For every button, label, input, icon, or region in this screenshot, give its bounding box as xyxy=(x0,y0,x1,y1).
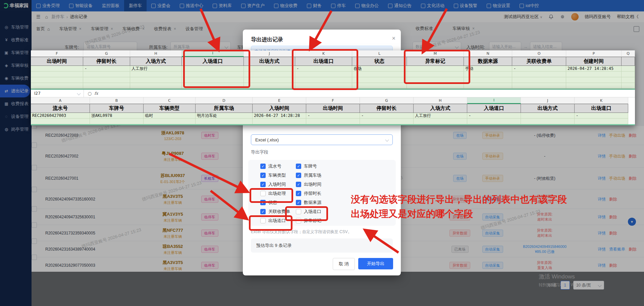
checkbox-checked[interactable]: ✓ xyxy=(260,209,266,214)
field-checkbox-数据来源[interactable]: ✓数据来源 xyxy=(296,200,321,206)
checkbox-checked[interactable]: ✓ xyxy=(296,191,301,196)
top-menu-item-智能设备[interactable]: 智能设备 xyxy=(64,0,97,11)
action-详情[interactable]: 详情 xyxy=(598,176,606,181)
action-详情[interactable]: 详情 xyxy=(598,196,606,202)
checkbox-checked[interactable]: ✓ xyxy=(296,164,301,169)
row-checkbox[interactable] xyxy=(32,165,37,170)
scroll-down-float-button[interactable]: ▼ xyxy=(628,218,636,226)
checkbox-checked[interactable]: ✓ xyxy=(296,200,301,205)
action-详情[interactable]: 详情 xyxy=(598,263,606,268)
sidebar-item-设备管理[interactable]: ◌设备管理 xyxy=(0,110,32,123)
top-menu-item-物业收费[interactable]: 物业收费 xyxy=(269,0,302,11)
account-name[interactable]: 德玛西亚账号 xyxy=(585,14,611,20)
row-checkbox[interactable] xyxy=(32,222,37,228)
help-doc-link[interactable]: 帮助文档《 xyxy=(617,14,639,20)
close-icon[interactable]: × xyxy=(392,35,395,42)
tab-close-icon[interactable]: × xyxy=(435,26,438,31)
breadcrumb-parent[interactable]: 新停车 xyxy=(51,14,64,20)
row-checkbox[interactable] xyxy=(32,206,37,212)
tab-收费标准[interactable]: 收费标准× xyxy=(411,26,442,32)
top-menu-item-业务受理[interactable]: 业务受理 xyxy=(32,0,64,11)
action-删除[interactable]: 删除 xyxy=(629,246,637,252)
sidebar-item-车辆审核[interactable]: ◈车辆审核 xyxy=(0,59,32,72)
action-删除[interactable]: 删除 xyxy=(609,230,617,236)
sidebar-item-收费报表[interactable]: ▦收费报表 xyxy=(0,97,32,110)
action-删除[interactable]: 删除 xyxy=(609,214,617,220)
checkbox-checked[interactable]: ✓ xyxy=(260,182,266,187)
avatar[interactable] xyxy=(571,13,579,20)
column-header-停留时长: 停留时长 xyxy=(360,104,414,113)
checkbox-checked[interactable]: ✓ xyxy=(260,173,266,178)
bell-icon[interactable] xyxy=(548,14,554,19)
sidebar-item-岗亭管理[interactable]: ◍岗亭管理 xyxy=(0,123,32,136)
row-checkbox[interactable] xyxy=(32,142,37,148)
row-checkbox[interactable] xyxy=(32,255,37,260)
top-menu-item-iot中控[interactable]: iot中控 xyxy=(515,0,544,11)
field-checkbox-入场时间[interactable]: ✓入场时间 xyxy=(260,181,286,187)
top-menu-item-监控面板[interactable]: 监控面板 xyxy=(97,0,124,11)
row-checkbox[interactable] xyxy=(32,238,37,244)
sidebar-item-进出记录[interactable]: ⇄进出记录 xyxy=(0,85,30,97)
top-menu-item-通知公告[interactable]: 通知公告 xyxy=(383,0,416,11)
row-checkbox[interactable] xyxy=(32,187,37,192)
top-menu-item-新停车[interactable]: 新停车 xyxy=(124,0,147,11)
action-详情[interactable]: 详情 xyxy=(598,154,606,159)
field-checkbox-停留时长[interactable]: ✓停留时长 xyxy=(296,190,321,196)
field-checkbox-车牌号[interactable]: ✓车牌号 xyxy=(296,163,317,169)
checkbox-checked[interactable]: ✓ xyxy=(260,164,266,169)
tab-layout-icon[interactable] xyxy=(634,26,639,32)
home-icon[interactable]: ⌂ xyxy=(45,14,48,19)
top-menu-item-推送中心[interactable]: 推送中心 xyxy=(175,0,208,11)
action-删除[interactable]: 删除 xyxy=(629,133,637,138)
top-menu-item-停车[interactable]: 停车 xyxy=(326,0,351,11)
checkbox-checked[interactable]: ✓ xyxy=(296,182,301,187)
top-menu-item-资料库[interactable]: 资料库 xyxy=(208,0,236,11)
export-format-select[interactable]: Excel (.xlsx) xyxy=(251,134,393,145)
row-checkbox[interactable] xyxy=(32,126,37,129)
top-menu-item-文化活动[interactable]: 文化活动 xyxy=(416,0,449,11)
action-详情[interactable]: 详情 xyxy=(598,246,606,252)
action-查看账单[interactable]: 查看账单 xyxy=(609,246,625,252)
cancel-button[interactable]: 取 消 xyxy=(333,258,355,270)
tab-车场管理[interactable]: 车场管理× xyxy=(55,26,86,32)
field-checkbox-车辆类型[interactable]: ✓车辆类型 xyxy=(260,172,286,178)
tab-车辆管理[interactable]: 车辆管理× xyxy=(86,26,118,32)
top-menu-item-业委会[interactable]: 业委会 xyxy=(147,0,175,11)
sidebar-item-车辆收费[interactable]: ◉车辆收费 xyxy=(0,72,32,85)
checkbox-checked[interactable]: ✓ xyxy=(296,173,301,178)
action-详情[interactable]: 详情 xyxy=(598,133,606,138)
row-bill-or-abnormal[interactable]: B20260424094915846000¥85.00 已缴 xyxy=(511,244,578,254)
tab-close-icon[interactable]: × xyxy=(111,27,113,31)
top-menu-item-财务[interactable]: 财务 xyxy=(302,0,326,11)
tab-close-icon[interactable]: × xyxy=(79,27,82,31)
tab-收费报表[interactable]: 收费报表× xyxy=(149,26,181,32)
field-checkbox-出场时间[interactable]: ✓出场时间 xyxy=(296,181,321,187)
top-menu-item-物业设置[interactable]: 物业设置 xyxy=(482,0,515,11)
action-手动出场[interactable]: 手动出场 xyxy=(609,176,625,181)
community-selector[interactable]: 测试德玛西亚社区 ∨ xyxy=(504,14,542,20)
sidebar-item-收费标准[interactable]: ¥收费标准 xyxy=(0,34,32,46)
action-删除[interactable]: 删除 xyxy=(609,263,617,268)
tab-首页[interactable]: 首页⌂ xyxy=(32,26,55,32)
action-删除[interactable]: 删除 xyxy=(629,176,637,181)
field-checkbox-流水号[interactable]: ✓流水号 xyxy=(260,163,281,169)
gear-icon[interactable] xyxy=(560,14,565,19)
sidebar-item-车场管理[interactable]: ◎车场管理 xyxy=(0,21,32,34)
sidebar-item-车辆管理[interactable]: ▣车辆管理 xyxy=(0,46,32,59)
top-menu-item-设备预警[interactable]: 设备预警 xyxy=(449,0,482,11)
action-详情[interactable]: 详情 xyxy=(598,214,606,220)
top-menu-item-物业办公[interactable]: 物业办公 xyxy=(351,0,383,11)
action-删除[interactable]: 删除 xyxy=(609,196,617,202)
top-menu-item-资产住户[interactable]: 资产住户 xyxy=(236,0,269,11)
tab-设备管理[interactable]: 设备管理 xyxy=(181,26,208,32)
action-删除[interactable]: 删除 xyxy=(629,154,637,159)
action-手动出场[interactable]: 手动出场 xyxy=(609,154,625,159)
field-checkbox-所属车场[interactable]: ✓所属车场 xyxy=(296,172,321,178)
menu-item-icon xyxy=(180,4,184,8)
start-export-button[interactable]: 开始导出 xyxy=(358,258,393,269)
cell-name-box[interactable]: I27 xyxy=(31,90,84,97)
action-详情[interactable]: 详情 xyxy=(598,230,606,236)
tab-close-icon[interactable]: × xyxy=(174,27,176,31)
collapse-sidebar-icon[interactable]: ☰ xyxy=(36,14,41,19)
action-手动出场[interactable]: 手动出场 xyxy=(609,133,625,138)
